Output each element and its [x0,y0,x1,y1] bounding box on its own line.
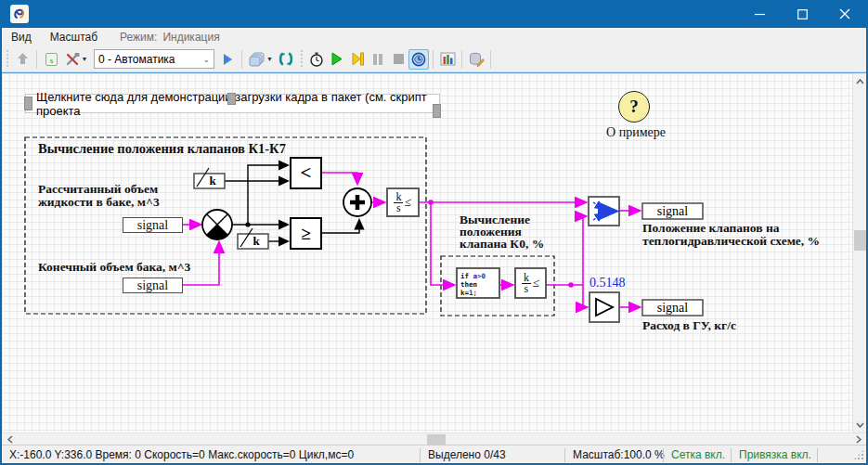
play-blue-icon [222,53,234,66]
menu-view[interactable]: Вид [2,31,41,44]
group2-title-line3: клапана К0, % [460,238,544,250]
toolbar-grip[interactable] [5,50,9,69]
chevron-down-icon: ⌄ [202,55,210,64]
layers-dropdown-icon: ▼ [266,56,273,62]
chart-icon [440,52,456,66]
block-signal-in1[interactable]: signal [123,217,183,233]
scroll-left-icon[interactable] [4,433,16,445]
vertical-scroll-thumb[interactable] [854,230,866,251]
maximize-button[interactable] [781,0,823,28]
label-final-volume: Конечный объем бака, м^3 [38,260,190,275]
schematic-canvas[interactable]: Щелкните сюда для демонстрации загрузки … [2,73,852,433]
diagram-layer [2,73,852,433]
resize-grip[interactable] [853,449,864,460]
sync-button[interactable] [276,49,296,70]
play-script-button[interactable] [217,49,238,70]
layers-icon [249,52,266,67]
pause-button[interactable] [368,49,388,70]
menu-scale[interactable]: Масштаб [41,31,107,44]
integrator1-k: k [395,192,401,202]
status-zoom: Масштаб:100.0 % [565,448,663,461]
combobox-value: 0 - Автоматика [98,53,175,66]
stopwatch-button[interactable] [306,49,327,70]
assign-text: k= [460,289,469,297]
scroll-down-icon[interactable] [853,419,867,431]
vertical-scrollbar[interactable] [852,73,866,433]
label-flow-rate: Расход в ГУ, кг/с [642,318,736,333]
sync-icon [279,52,293,66]
label-valve-position-line2: теплогидравлической схеме, % [642,235,820,248]
about-example-icon[interactable]: ? [618,91,650,123]
up-arrow-button[interactable] [12,49,32,70]
script-icon: s [45,52,58,67]
status-grid-toggle[interactable]: Сетка вкл. [664,448,731,461]
about-example-label: О примере [601,125,671,140]
up-arrow-icon [16,52,30,66]
group2-title: Вычисление положения клапана К0, % [460,213,544,250]
if-code-text: if a>0 then k=1; [457,268,499,298]
step-button[interactable] [347,49,368,70]
selection-handle-left[interactable] [24,97,32,110]
horizontal-scroll-thumb[interactable] [427,434,446,445]
run-icon [330,52,343,66]
gain-k1-label: k [201,174,225,188]
minimize-button[interactable] [738,0,781,28]
database-edit-button[interactable] [466,49,486,70]
if-condition: a>0 [473,272,486,280]
label-calc-volume-line1: Рассчитанный объем [38,183,160,196]
tools-icon [65,52,81,67]
chart-button[interactable] [437,49,458,70]
group1-title: Вычисление положения клапанов К1-К7 [38,141,286,157]
integrator2-k: k [524,273,529,283]
status-coordinates: X:-160.0 Y:336.0 Время: 0 Скорость=0 Мак… [2,448,420,461]
horizontal-scrollbar[interactable] [2,433,866,445]
tools-dropdown-icon: ▼ [82,56,88,62]
scroll-right-icon[interactable] [852,433,864,445]
label-calc-volume: Рассчитанный объем жидкости в баке, м^3 [38,183,160,209]
semicolon: ; [473,289,478,297]
label-valve-position: Положение клапанов на теплогидравлическо… [642,222,820,248]
app-logo-icon [10,5,29,23]
signal-out2-label: signal [642,300,703,316]
run-button[interactable] [327,49,347,70]
layers-button[interactable]: ▼ [246,49,276,70]
realtime-clock-button[interactable] [408,49,429,70]
selection-handle-mid[interactable] [227,93,236,105]
status-bar: X:-160.0 Y:336.0 Время: 0 Скорость=0 Мак… [2,445,866,464]
integrator1-s: s [396,203,401,213]
status-snap-toggle[interactable]: Привязка вкл. [732,448,817,461]
script-button[interactable]: s [41,49,61,70]
gain-value: 0.5148 [589,276,626,291]
label-valve-position-line1: Положение клапанов на [642,222,820,235]
integrator2-s: s [525,284,529,294]
menu-mode: Режим:Индикация [107,31,226,44]
label-calc-volume-line2: жидкости в баке, м^3 [38,196,160,209]
mode-value: Индикация [162,31,219,44]
block-signal-in2[interactable]: signal [123,278,183,293]
stop-icon [393,53,405,65]
database-edit-icon [469,52,485,67]
app-window: Вид Масштаб Режим:Индикация s ▼ 0 - Авто… [0,0,868,465]
signal-out1-label: signal [642,203,703,219]
block-comparator[interactable] [202,210,232,239]
block-sum[interactable] [343,188,371,216]
tools-button[interactable]: ▼ [61,49,91,70]
stopwatch-icon [309,52,324,67]
gain-k2-label: k [244,234,268,249]
stop-button[interactable] [388,49,408,70]
mode-combobox[interactable]: 0 - Автоматика ⌄ [94,49,214,69]
integrator2-limit-icon: ≤ [532,276,540,291]
status-selected: Выделено 0/43 [421,448,564,461]
scroll-up-icon[interactable] [853,75,867,87]
toolbar: s ▼ 0 - Автоматика ⌄ ▼ [2,46,866,72]
block-amplifier[interactable] [589,292,619,322]
close-button[interactable] [823,0,866,28]
toolbar-grip2[interactable] [299,50,304,69]
selection-handle-right[interactable] [433,104,441,118]
pause-icon [372,53,383,66]
block-signal-writer[interactable] [589,197,619,226]
greater-equal-label: ≥ [291,218,321,249]
then-keyword: then [460,280,477,289]
clock-icon [411,52,426,67]
integrator2-glyph: ks ≤ [515,268,546,298]
